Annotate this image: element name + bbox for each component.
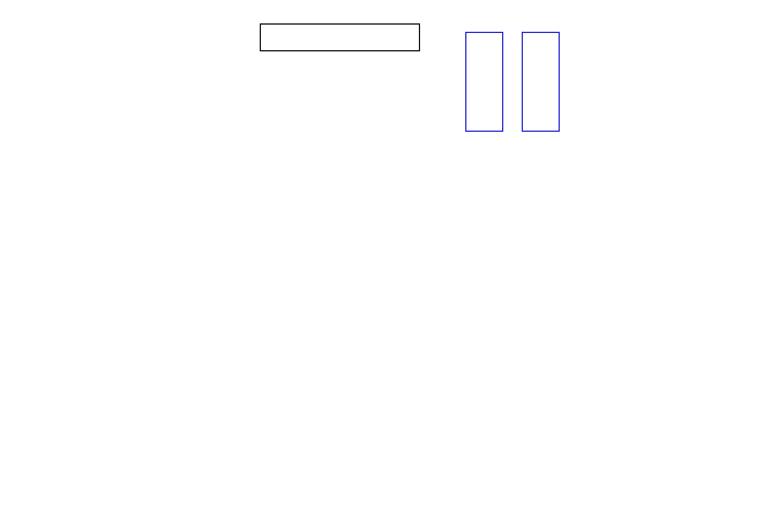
full-spectrum-chart (0, 150, 782, 253)
elixer-report-page (0, 0, 782, 532)
cleanimage-image (522, 32, 560, 132)
withsky-image (465, 32, 503, 132)
line-fit-inset-chart (573, 28, 732, 134)
weighted-sum-row (260, 23, 420, 51)
